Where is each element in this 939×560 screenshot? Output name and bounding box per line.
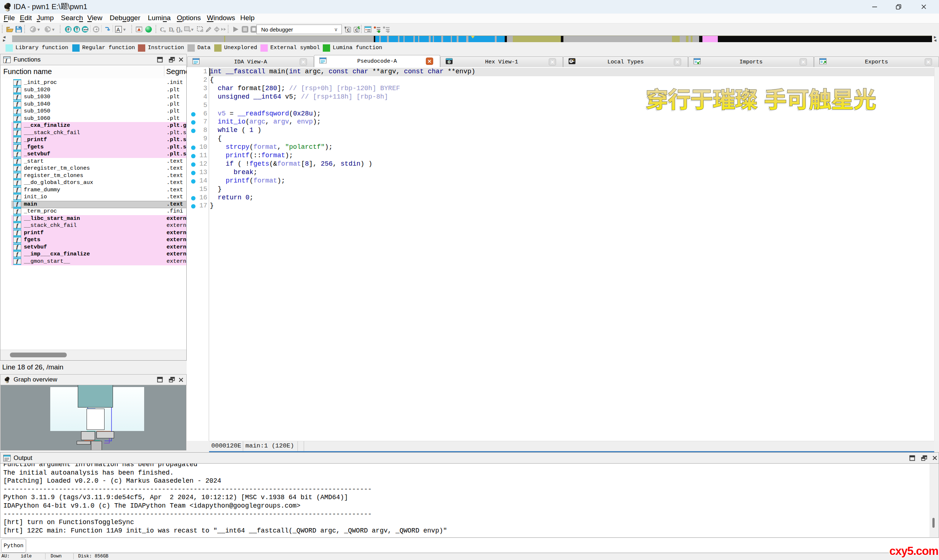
output-close-button[interactable] xyxy=(931,454,939,462)
function-segment[interactable]: .plt.sec xyxy=(167,137,187,143)
function-row-fgets[interactable]: ffgetsextern xyxy=(0,236,187,244)
function-segment[interactable]: .fini xyxy=(167,208,183,214)
function-segment[interactable]: extern xyxy=(167,230,187,236)
navband-segment-gray[interactable] xyxy=(398,36,399,42)
graph-node[interactable] xyxy=(78,385,113,408)
function-segment[interactable]: .plt xyxy=(167,94,180,100)
code-line-16[interactable]: 16 return 0; xyxy=(187,194,939,202)
function-row-init_io[interactable]: finit_io.text xyxy=(0,194,187,201)
function-segment[interactable]: .plt.sec xyxy=(167,130,187,136)
code-line-7[interactable]: 7 init_io(argc, argv, envp); xyxy=(187,118,939,126)
column-divider[interactable] xyxy=(164,66,164,76)
code-line-13[interactable]: 13 break; xyxy=(187,169,939,177)
code-text[interactable]: char format[280]; // [rsp+0h] [rbp-120h]… xyxy=(210,85,400,92)
function-segment[interactable]: .plt xyxy=(167,115,180,122)
function-name[interactable]: _printf xyxy=(24,137,47,143)
function-row-main[interactable]: fmain.text xyxy=(0,201,187,208)
tab-pseudocode-a[interactable]: Pseudocode-A✕ xyxy=(314,55,440,67)
tab-label[interactable]: Exports xyxy=(814,59,939,65)
function-name[interactable]: __stack_chk_fail xyxy=(24,223,77,229)
open-file-button[interactable] xyxy=(6,25,14,34)
refresh-decompile-button[interactable]: C xyxy=(353,25,361,34)
functions-float-button[interactable] xyxy=(168,56,176,64)
function-row-__libc_start_main[interactable]: f__libc_start_mainextern xyxy=(0,215,187,223)
navband-segment-gray[interactable] xyxy=(466,36,469,42)
navband-segment-gray[interactable] xyxy=(429,36,431,42)
window-list-button[interactable] xyxy=(364,25,372,34)
function-segment[interactable]: .text xyxy=(167,165,183,172)
rename-button[interactable]: A xyxy=(115,25,122,34)
tab-close-button[interactable]: ✕ xyxy=(300,58,307,66)
function-row-__stack_chk_fail[interactable]: f__stack_chk_failextern xyxy=(0,222,187,229)
menu-options[interactable]: Options xyxy=(177,14,200,22)
tab-local-types[interactable]: Local Types✕ xyxy=(563,57,688,67)
code-text[interactable]: { xyxy=(210,135,222,142)
tab-exports[interactable]: Exports✕ xyxy=(814,57,939,67)
graph-node[interactable] xyxy=(77,441,91,445)
function-row-setvbuf[interactable]: fsetvbufextern xyxy=(0,244,187,251)
function-row-___stack_chk_fail[interactable]: f___stack_chk_fail.plt.sec xyxy=(0,129,187,137)
function-name[interactable]: ___stack_chk_fail xyxy=(24,130,80,136)
function-segment[interactable]: .text xyxy=(167,187,183,193)
functions-close-button[interactable] xyxy=(177,56,185,64)
tab-close-button[interactable]: ✕ xyxy=(549,58,556,66)
function-name[interactable]: sub_1050 xyxy=(24,108,50,114)
function-segment[interactable]: .init xyxy=(167,80,183,86)
code-text[interactable]: break; xyxy=(210,169,257,176)
jump-down-button[interactable] xyxy=(104,25,111,34)
menu-lumina[interactable]: Lumina xyxy=(148,14,171,22)
function-name[interactable]: __imp___cxa_finalize xyxy=(24,251,90,257)
function-segment[interactable]: .text xyxy=(167,180,183,186)
function-name[interactable]: sub_1030 xyxy=(24,94,50,100)
function-row-sub_1020[interactable]: fsub_1020.plt xyxy=(0,86,187,94)
output-log[interactable]: Function argument information has been p… xyxy=(0,464,930,537)
function-name[interactable]: frame_dummy xyxy=(24,187,60,193)
menu-edit[interactable]: Edit xyxy=(20,14,32,22)
window-dropdown[interactable]: ▾ xyxy=(191,25,194,34)
code-text[interactable]: { xyxy=(210,76,214,83)
menu-view[interactable]: View xyxy=(87,14,102,22)
graph-overview-canvas[interactable] xyxy=(0,385,187,451)
function-name[interactable]: _fgets xyxy=(24,144,44,150)
breakpoint-list-button[interactable] xyxy=(373,25,381,34)
function-row-printf[interactable]: fprintfextern xyxy=(0,229,187,237)
code-line-10[interactable]: 10 strcpy(format, "polarctf"); xyxy=(187,143,939,152)
function-name[interactable]: __do_global_dtors_aux xyxy=(24,180,93,186)
function-row-_init_proc[interactable]: f_init_proc.init xyxy=(0,79,187,86)
code-text[interactable]: if ( !fgets(&format[8], 256, stdin) ) xyxy=(210,160,372,168)
jump-in-new-window-button[interactable] xyxy=(93,25,100,34)
navigation-band[interactable]: ◀▶ ▶◀ xyxy=(0,35,939,43)
function-name[interactable]: sub_1040 xyxy=(24,101,50,108)
code-text[interactable]: return 0; xyxy=(210,194,253,201)
function-row-sub_1040[interactable]: fsub_1040.plt xyxy=(0,101,187,108)
navband-segment-black[interactable] xyxy=(699,36,702,42)
navband-segment-olive[interactable] xyxy=(691,36,692,42)
navigate-back-button[interactable] xyxy=(29,25,37,34)
function-row-deregister_tm_clones[interactable]: fderegister_tm_clones.text xyxy=(0,165,187,172)
tab-close-button[interactable]: ✕ xyxy=(674,58,681,66)
select-region-button[interactable] xyxy=(197,25,204,34)
function-row-_printf[interactable]: f_printf.plt.sec xyxy=(0,136,187,144)
tab-label[interactable]: Imports xyxy=(688,59,814,65)
navband-segment-gray[interactable] xyxy=(413,36,415,42)
code-text[interactable]: init_io(argc, argv, envp); xyxy=(210,118,321,125)
code-line-12[interactable]: 12 if ( !fgets(&format[8], 256, stdin) ) xyxy=(187,160,939,169)
code-text[interactable]: v5 = __readfsqword(0x28u); xyxy=(210,110,321,117)
code-line-2[interactable]: 2{ xyxy=(187,76,939,85)
output-scrollbar-thumb[interactable] xyxy=(933,518,934,528)
menu-jump[interactable]: Jump xyxy=(37,14,54,22)
navband-segment-gray[interactable] xyxy=(495,36,496,42)
minimize-button[interactable] xyxy=(863,0,886,14)
navband-segment-blue[interactable] xyxy=(375,36,505,42)
function-row-sub_1060[interactable]: fsub_1060.plt xyxy=(0,115,187,122)
navband-segment-gray[interactable] xyxy=(379,36,381,42)
jump-to-xref-button[interactable]: xref xyxy=(82,25,89,34)
function-segment[interactable]: .plt.sec xyxy=(167,144,187,150)
debugger-pause-button[interactable] xyxy=(241,25,249,34)
function-name[interactable]: __gmon_start__ xyxy=(24,258,70,265)
function-segment[interactable]: .plt.got xyxy=(167,122,187,129)
tab-label[interactable]: Hex View-1 xyxy=(441,59,563,65)
function-row-frame_dummy[interactable]: fframe_dummy.text xyxy=(0,186,187,194)
function-segment[interactable]: .text xyxy=(167,158,183,165)
function-segment[interactable]: extern xyxy=(167,244,187,250)
